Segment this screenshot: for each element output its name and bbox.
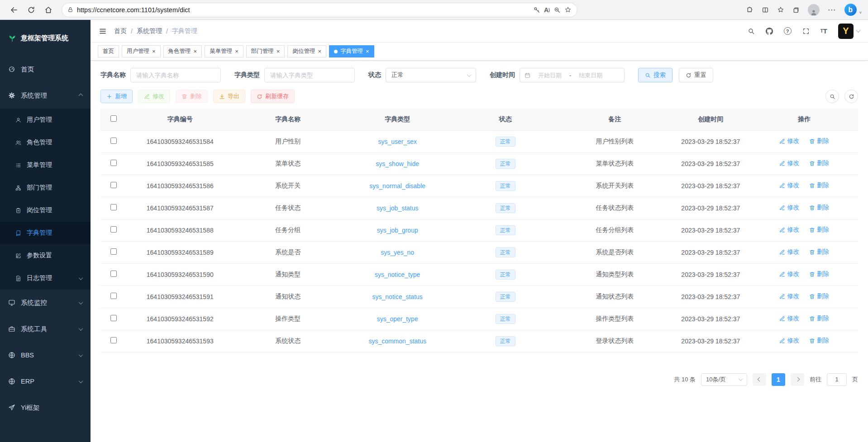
extensions-icon[interactable]: [746, 6, 754, 14]
favorite-add-icon[interactable]: [564, 6, 572, 14]
sidebar-item-bbs[interactable]: BBS: [0, 342, 91, 368]
zoom-icon[interactable]: [553, 6, 561, 14]
dict-type-link[interactable]: sys_common_status: [368, 337, 426, 345]
collections-icon[interactable]: [792, 6, 800, 14]
url-text[interactable]: https://ccnetcore.com:1101/system/dict: [77, 6, 529, 14]
profile-avatar[interactable]: [808, 4, 820, 16]
dict-name-input[interactable]: [130, 68, 221, 82]
date-range-picker[interactable]: -: [520, 68, 625, 82]
prev-page-button[interactable]: [753, 373, 766, 386]
refresh-button[interactable]: [24, 2, 39, 18]
sidebar-item-yi-framework[interactable]: Yi框架: [0, 394, 91, 421]
refresh-cache-button[interactable]: 刷新缓存: [251, 90, 295, 103]
export-button[interactable]: 导出: [213, 90, 245, 103]
row-edit-button[interactable]: 修改: [779, 159, 799, 167]
tab-close-icon[interactable]: ×: [194, 48, 197, 54]
row-delete-button[interactable]: 删除: [809, 337, 829, 345]
select-all-checkbox[interactable]: [110, 115, 117, 122]
row-edit-button[interactable]: 修改: [779, 181, 799, 190]
search-button[interactable]: 搜索: [638, 68, 672, 82]
tab-post-management[interactable]: 岗位管理×: [287, 45, 326, 57]
row-delete-button[interactable]: 删除: [809, 181, 829, 190]
tab-close-icon[interactable]: ×: [235, 48, 238, 54]
dict-type-link[interactable]: sys_notice_type: [375, 271, 420, 278]
refresh-table-button[interactable]: [844, 90, 858, 103]
avatar[interactable]: Y: [838, 24, 854, 39]
sidebar-item-home[interactable]: 首页: [0, 56, 91, 82]
row-edit-button[interactable]: 修改: [779, 314, 799, 323]
dict-type-link[interactable]: sys_normal_disable: [369, 182, 425, 190]
toggle-search-button[interactable]: [825, 90, 839, 103]
sidebar-item-parameter-settings[interactable]: 参数设置: [0, 244, 91, 267]
sidebar-item-menu-management[interactable]: 菜单管理: [0, 154, 91, 176]
read-aloud-icon[interactable]: A): [544, 6, 550, 14]
row-checkbox[interactable]: [110, 315, 117, 321]
chevron-down-icon[interactable]: ˅: [859, 10, 862, 15]
row-delete-button[interactable]: 删除: [809, 248, 829, 256]
dict-type-input[interactable]: [264, 68, 355, 82]
dict-type-link[interactable]: sys_show_hide: [376, 160, 419, 167]
favorites-icon[interactable]: [777, 6, 784, 14]
tab-close-icon[interactable]: ×: [366, 48, 369, 54]
dict-type-link[interactable]: sys_job_status: [377, 204, 419, 212]
dict-type-link[interactable]: sys_yes_no: [381, 249, 414, 256]
status-select[interactable]: [386, 68, 476, 82]
dict-type-link[interactable]: sys_user_sex: [378, 138, 417, 145]
breadcrumb-home[interactable]: 首页: [114, 27, 127, 35]
row-edit-button[interactable]: 修改: [779, 248, 799, 256]
row-edit-button[interactable]: 修改: [779, 337, 799, 345]
sidebar-toggle-button[interactable]: [99, 27, 107, 35]
date-end-input[interactable]: [574, 72, 607, 79]
row-checkbox[interactable]: [110, 204, 117, 210]
row-delete-button[interactable]: 删除: [809, 204, 829, 212]
tab-user-management[interactable]: 用户管理×: [122, 45, 161, 57]
sidebar-item-system-monitor[interactable]: 系统监控: [0, 290, 91, 316]
next-page-button[interactable]: [791, 373, 804, 386]
tab-role-management[interactable]: 角色管理×: [163, 45, 202, 57]
row-delete-button[interactable]: 删除: [809, 159, 829, 167]
tab-dict-management[interactable]: 字典管理×: [329, 45, 374, 57]
home-button[interactable]: [41, 2, 56, 18]
sidebar-item-system-tools[interactable]: 系统工具: [0, 316, 91, 342]
sidebar-item-user-management[interactable]: 用户管理: [0, 109, 91, 131]
edit-button[interactable]: 修改: [138, 90, 170, 103]
delete-button[interactable]: 删除: [176, 90, 208, 103]
row-edit-button[interactable]: 修改: [779, 226, 799, 234]
row-checkbox[interactable]: [110, 182, 117, 188]
user-menu[interactable]: Y: [838, 24, 860, 39]
bing-icon[interactable]: b: [844, 4, 857, 16]
dict-type-link[interactable]: sys_job_group: [377, 227, 418, 234]
sidebar-item-dept-management[interactable]: 部门管理: [0, 176, 91, 199]
sidebar-item-erp[interactable]: ERP: [0, 368, 91, 394]
tab-dept-management[interactable]: 部门管理×: [246, 45, 285, 57]
row-delete-button[interactable]: 删除: [809, 137, 829, 145]
row-checkbox[interactable]: [110, 226, 117, 233]
page-size-select[interactable]: 10条/页: [701, 373, 747, 386]
sidebar-item-role-management[interactable]: 角色管理: [0, 131, 91, 154]
more-icon[interactable]: ⋯: [828, 5, 836, 15]
row-edit-button[interactable]: 修改: [779, 137, 799, 145]
row-checkbox[interactable]: [110, 337, 117, 343]
row-edit-button[interactable]: 修改: [779, 270, 799, 278]
row-delete-button[interactable]: 删除: [809, 226, 829, 234]
dict-type-link[interactable]: sys_notice_status: [372, 293, 423, 300]
tab-menu-management[interactable]: 菜单管理×: [205, 45, 243, 57]
split-screen-icon[interactable]: [762, 6, 769, 14]
back-button[interactable]: [6, 2, 22, 18]
sidebar-item-system-management[interactable]: 系统管理: [0, 82, 91, 109]
password-key-icon[interactable]: [533, 6, 540, 14]
row-checkbox[interactable]: [110, 248, 117, 255]
status-select-value[interactable]: [386, 68, 476, 82]
page-number-1[interactable]: 1: [772, 373, 785, 386]
sidebar-item-log-management[interactable]: 日志管理: [0, 267, 91, 290]
search-icon[interactable]: [748, 28, 755, 35]
tab-close-icon[interactable]: ×: [318, 48, 321, 54]
tab-close-icon[interactable]: ×: [152, 48, 156, 54]
row-delete-button[interactable]: 删除: [809, 292, 829, 300]
tab-close-icon[interactable]: ×: [277, 48, 280, 54]
row-checkbox[interactable]: [110, 160, 117, 166]
sidebar-item-post-management[interactable]: 岗位管理: [0, 199, 91, 222]
row-delete-button[interactable]: 删除: [809, 270, 829, 278]
goto-page-input[interactable]: [827, 373, 847, 386]
breadcrumb-system[interactable]: 系统管理: [137, 27, 162, 35]
